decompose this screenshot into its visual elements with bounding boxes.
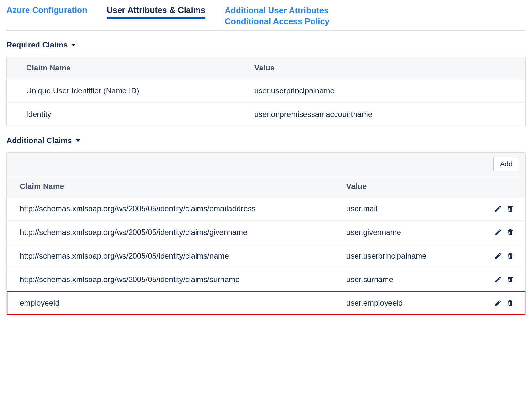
additional-claims-topbar: Add [7, 153, 525, 176]
required-claims-title: Required Claims [6, 40, 68, 49]
row-actions [463, 245, 525, 267]
table-row: http://schemas.xmlsoap.org/ws/2005/05/id… [7, 197, 525, 221]
delete-icon[interactable] [506, 276, 514, 283]
svg-rect-6 [509, 279, 510, 281]
svg-rect-3 [511, 232, 511, 234]
table-row: http://schemas.xmlsoap.org/ws/2005/05/id… [7, 221, 525, 244]
svg-rect-0 [509, 208, 510, 211]
edit-icon[interactable] [494, 252, 502, 260]
claim-value-cell: user.mail [334, 197, 463, 220]
caret-down-icon [71, 43, 76, 47]
claim-value-cell: user.userprincipalname [235, 79, 525, 102]
row-actions [463, 269, 525, 290]
required-claims-header[interactable]: Required Claims [6, 40, 526, 49]
edit-icon[interactable] [494, 205, 502, 213]
additional-claims-thead: Claim Name Value [7, 176, 525, 197]
additional-col-claim-name: Claim Name [7, 176, 334, 197]
row-actions [463, 292, 525, 314]
table-row: http://schemas.xmlsoap.org/ws/2005/05/id… [7, 244, 525, 268]
row-actions [463, 221, 525, 243]
claim-name-cell: http://schemas.xmlsoap.org/ws/2005/05/id… [7, 221, 334, 244]
caret-down-icon [75, 139, 80, 142]
claim-value-cell: user.givenname [334, 221, 463, 244]
claim-value-cell: user.employeeid [334, 291, 463, 315]
tab-azure-configuration[interactable]: Azure Configuration [6, 3, 87, 18]
svg-rect-2 [509, 232, 510, 234]
svg-rect-1 [511, 208, 511, 211]
add-claim-button[interactable]: Add [493, 157, 519, 171]
claim-name-cell: Identity [7, 103, 235, 126]
tab-additional-conditional[interactable]: Additional User Attributes Conditional A… [225, 3, 329, 30]
required-col-value: Value [235, 57, 525, 79]
table-row: http://schemas.xmlsoap.org/ws/2005/05/id… [7, 268, 525, 291]
claim-name-cell: employeeid [7, 291, 334, 315]
required-claims-thead: Claim Name Value [7, 57, 525, 79]
tabs-nav: Azure Configuration User Attributes & Cl… [6, 3, 526, 31]
svg-rect-8 [509, 302, 510, 305]
svg-rect-9 [511, 302, 511, 305]
claim-value-cell: user.onpremisessamaccountname [235, 103, 525, 126]
claim-value-cell: user.userprincipalname [334, 244, 463, 268]
additional-claims-table: Add Claim Name Value http://schemas.xmls… [6, 152, 526, 315]
svg-rect-5 [511, 255, 511, 258]
row-actions [463, 198, 525, 220]
delete-icon[interactable] [506, 252, 514, 260]
tab-additional-user-attributes-label: Additional User Attributes [225, 5, 329, 16]
additional-claims-header[interactable]: Additional Claims [6, 136, 526, 145]
claim-name-cell: Unique User Identifier (Name ID) [7, 79, 235, 102]
delete-icon[interactable] [506, 299, 514, 307]
edit-icon[interactable] [494, 299, 502, 307]
edit-icon[interactable] [494, 228, 502, 236]
required-col-claim-name: Claim Name [7, 57, 235, 79]
table-row: Identityuser.onpremisessamaccountname [7, 103, 525, 126]
claim-name-cell: http://schemas.xmlsoap.org/ws/2005/05/id… [7, 244, 334, 268]
claim-value-cell: user.surname [334, 268, 463, 291]
table-row: employeeiduser.employeeid [7, 291, 525, 315]
delete-icon[interactable] [506, 205, 514, 213]
additional-claims-title: Additional Claims [6, 136, 72, 145]
claim-name-cell: http://schemas.xmlsoap.org/ws/2005/05/id… [7, 268, 334, 291]
additional-col-actions [463, 176, 525, 197]
delete-icon[interactable] [506, 228, 514, 236]
required-claims-table: Claim Name Value Unique User Identifier … [6, 57, 526, 126]
svg-rect-4 [509, 255, 510, 258]
edit-icon[interactable] [494, 276, 502, 283]
claim-name-cell: http://schemas.xmlsoap.org/ws/2005/05/id… [7, 197, 334, 220]
additional-col-value: Value [334, 176, 463, 197]
svg-rect-7 [511, 279, 511, 281]
tab-conditional-access-policy-label: Conditional Access Policy [225, 16, 329, 27]
table-row: Unique User Identifier (Name ID)user.use… [7, 79, 525, 103]
tab-user-attributes-claims[interactable]: User Attributes & Claims [107, 3, 205, 18]
